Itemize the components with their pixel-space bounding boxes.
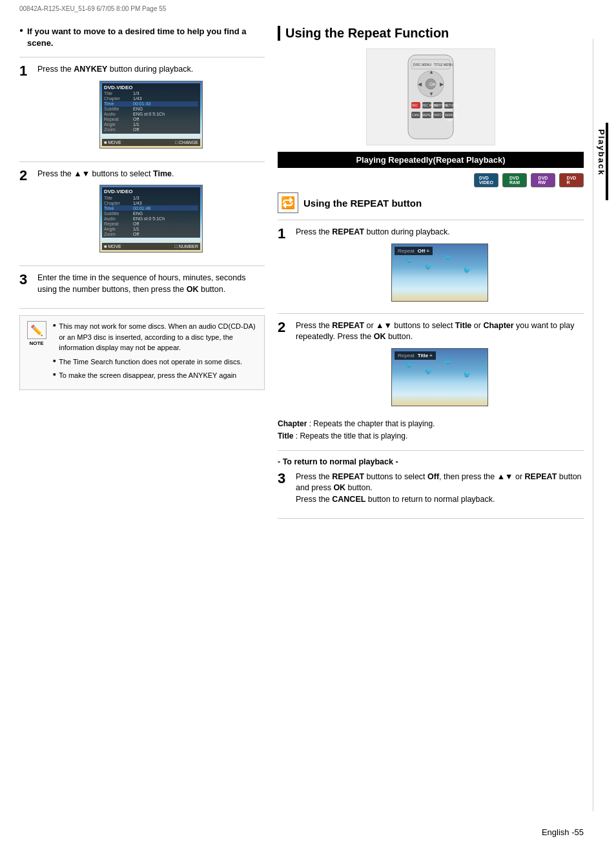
bird-9: 🐦 <box>444 254 451 261</box>
format-icons: DVDVIDEO DVDRAM DVDRW DVDR <box>278 173 584 187</box>
chapter-info: Chapter : Repeats the chapter that is pl… <box>278 418 584 442</box>
note-section: ✏️ NOTE This may not work for some discs… <box>19 315 265 390</box>
left-column: If you want to move to a desired time to… <box>19 26 265 818</box>
bird-12: 🐦 <box>424 368 432 375</box>
svg-text:TITLE MENU: TITLE MENU <box>434 63 453 67</box>
right-step-2-content: Press the REPEAT or ▲▼ buttons to select… <box>296 320 584 410</box>
dvd-screen-1: 🐦 🐦 🐦 DVD-VIDEO Title1/3 Chapter1/43 Tim… <box>99 81 203 149</box>
content-area: If you want to move to a desired time to… <box>19 26 584 818</box>
step-2: 2 Press the ▲▼ buttons to select Time. 🐦… <box>19 169 265 258</box>
step-3: 3 Enter the time in the sequence of hour… <box>19 273 265 300</box>
right-step-3-number: 3 <box>278 472 289 486</box>
step-2-number: 2 <box>19 169 31 183</box>
note-label: NOTE <box>29 340 43 346</box>
divider-1 <box>19 57 265 57</box>
dvd-overlay-1: DVD-VIDEO Title1/3 Chapter1/43 Time00:01… <box>102 83 200 134</box>
dvd-table-1: Title1/3 Chapter1/43 Time00:01:43 Subtit… <box>104 91 198 132</box>
step-3-text: Enter the time in the sequence of hours,… <box>37 273 265 295</box>
step-3-number: 3 <box>19 273 31 287</box>
dvd-overlay-2: DVD-VIDEO Title1/3 Chapter1/43 Time00:01… <box>102 187 200 238</box>
playing-banner: Playing Repeatedly(Repeat Playback) <box>278 152 584 168</box>
note-content: This may not work for some discs. When a… <box>53 321 259 384</box>
header-bar: 00842A-R125-XEU_51-69 6/7/05 8:00 PM Pag… <box>19 5 597 12</box>
step-2-text: Press the ▲▼ buttons to select Time. <box>37 169 265 180</box>
using-repeat-heading: 🔁 Using the REPEAT button <box>278 192 584 213</box>
using-repeat-title: Using the REPEAT button <box>303 198 422 209</box>
svg-text:▲: ▲ <box>429 69 434 75</box>
repeat-screen-1: 🐦 🐦 🐦 🐦 Repeat Off ÷ <box>391 244 488 302</box>
right-divider <box>593 39 593 811</box>
right-step-2-number: 2 <box>278 320 289 335</box>
right-section-heading: Using the Repeat Function <box>278 26 584 41</box>
right-step-1-number: 1 <box>278 227 289 241</box>
svg-text:◀: ◀ <box>418 81 422 87</box>
left-section-title: If you want to move to a desired time to… <box>19 26 265 49</box>
svg-text:REC: REC <box>412 104 418 107</box>
repeat-overlay-1: Repeat Off ÷ <box>395 247 433 255</box>
svg-text:TIMER: TIMER <box>446 118 454 121</box>
divider-4 <box>19 308 265 309</box>
dvd-table-2: Title1/3 Chapter1/43 Time00:01:48 Subtit… <box>104 195 198 236</box>
svg-text:RETURN: RETURN <box>445 104 457 107</box>
note-icon-box: ✏️ <box>27 321 46 339</box>
format-dvd-ram: DVDRAM <box>502 173 527 187</box>
svg-text:CANCEL: CANCEL <box>412 114 424 117</box>
right-step-1-content: Press the REPEAT button during playback.… <box>296 227 584 306</box>
bird-8: 🐦 <box>424 264 432 271</box>
svg-text:▼: ▼ <box>429 91 434 97</box>
svg-text:REPEAT: REPEAT <box>423 114 435 117</box>
right-column: Using the Repeat Function DISC MENU TITL… <box>278 26 584 818</box>
page-number: English -55 <box>542 827 584 837</box>
right-step-2: 2 Press the REPEAT or ▲▼ buttons to sele… <box>278 320 584 410</box>
playback-sidebar: Playback <box>597 129 606 176</box>
bird-14: 🐦 <box>463 371 471 378</box>
format-dvd-video: DVDVIDEO <box>474 173 498 187</box>
format-dvd-rw: DVDRW <box>531 173 555 187</box>
right-step-1-text: Press the REPEAT button during playback. <box>296 227 584 238</box>
svg-text:MARKER: MARKER <box>445 114 458 117</box>
right-divider-2 <box>278 313 584 314</box>
right-step-3-content: Press the REPEAT buttons to select Off, … <box>296 472 584 511</box>
remote-svg: DISC MENU TITLE MENU OK ▲ ▼ ◀ ▶ <box>373 52 489 142</box>
right-divider-3 <box>278 450 584 451</box>
step-1-content: Press the ANYKEY button during playback.… <box>37 64 265 154</box>
right-step-3: 3 Press the REPEAT buttons to select Off… <box>278 472 584 511</box>
return-section: - To return to normal playback - 3 Press… <box>278 457 584 511</box>
repeat-screen-2: 🐦 🐦 🐦 🐦 Repeat Title ÷ <box>391 348 488 406</box>
title-line: Title : Repeats the title that is playin… <box>278 430 584 442</box>
step-2-content: Press the ▲▼ buttons to select Time. 🐦 🐦… <box>37 169 265 258</box>
page-container: 00842A-R125-XEU_51-69 6/7/05 8:00 PM Pag… <box>0 0 616 850</box>
right-step-1: 1 Press the REPEAT button during playbac… <box>278 227 584 306</box>
svg-text:OK: OK <box>429 82 436 87</box>
svg-text:INFO: INFO <box>435 114 442 117</box>
right-divider-1 <box>278 220 584 220</box>
svg-text:▶: ▶ <box>440 81 444 87</box>
svg-text:DISC MENU: DISC MENU <box>413 63 431 67</box>
right-step-2-text: Press the REPEAT or ▲▼ buttons to select… <box>296 320 584 343</box>
step-3-content: Enter the time in the sequence of hours,… <box>37 273 265 300</box>
note-item-2: The Time Search function does not operat… <box>53 357 259 368</box>
format-dvd-r: DVDR <box>559 173 584 187</box>
divider-3 <box>19 265 265 266</box>
dvd-bottom-bar-2: ■ MOVE□ NUMBER <box>102 243 200 250</box>
repeat-icon-box: 🔁 <box>278 192 298 213</box>
chapter-line: Chapter : Repeats the chapter that is pl… <box>278 418 584 430</box>
step-1: 1 Press the ANYKEY button during playbac… <box>19 64 265 154</box>
remote-area: DISC MENU TITLE MENU OK ▲ ▼ ◀ ▶ <box>366 48 495 145</box>
right-divider-4 <box>278 518 584 519</box>
bird-11: 🐦 <box>405 362 413 369</box>
note-item-3: To make the screen disappear, press the … <box>53 370 259 381</box>
dvd-screen-2: 🐦 🐦 🐦 DVD-VIDEO Title1/3 Chapter1/43 Tim… <box>99 185 203 253</box>
repeat-overlay-2: Repeat Title ÷ <box>395 351 436 360</box>
bird-13: 🐦 <box>444 358 451 366</box>
note-item-1: This may not work for some discs. When a… <box>53 321 259 353</box>
step-1-text: Press the ANYKEY button during playback. <box>37 64 265 76</box>
divider-2 <box>19 161 265 162</box>
step-1-number: 1 <box>19 64 31 78</box>
bird-7: 🐦 <box>405 257 413 264</box>
dvd-bottom-bar-1: ■ MOVE□ CHANGE <box>102 139 200 146</box>
file-info: 00842A-R125-XEU_51-69 6/7/05 8:00 PM Pag… <box>19 5 166 12</box>
bird-10: 🐦 <box>463 267 471 274</box>
note-icon-area: ✏️ NOTE <box>25 321 48 384</box>
return-title: - To return to normal playback - <box>278 457 584 466</box>
